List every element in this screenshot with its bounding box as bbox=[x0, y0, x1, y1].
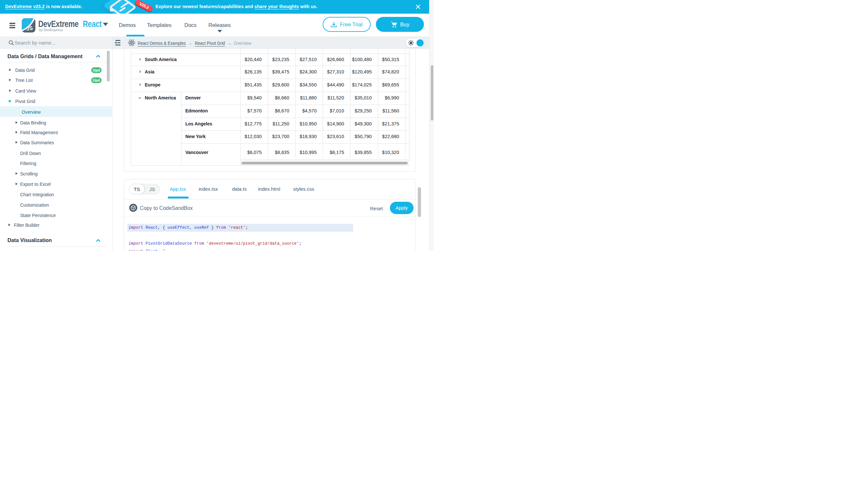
svg-text:JS: JS bbox=[26, 25, 33, 32]
